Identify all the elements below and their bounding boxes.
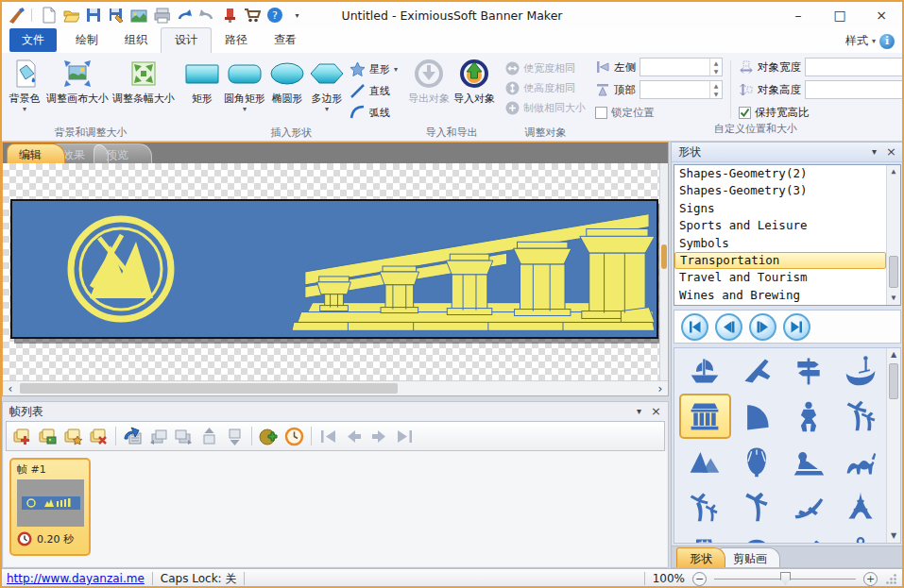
first-frame-icon[interactable]	[316, 425, 340, 448]
list-item[interactable]: Sports and Leisure	[674, 217, 886, 234]
last-frame-icon[interactable]	[393, 425, 417, 448]
star-button[interactable]: 星形 ▾	[350, 61, 398, 77]
previous-frame-icon[interactable]	[342, 425, 366, 448]
top-field[interactable]: ▲▼	[640, 80, 723, 99]
list-item[interactable]: Shapes-Geometry(2)	[674, 165, 886, 182]
banner-artwork[interactable]	[10, 199, 658, 339]
scroll-track[interactable]	[18, 381, 653, 395]
rectangle-button[interactable]: 矩形	[182, 56, 222, 107]
shape-bottle[interactable]	[783, 529, 835, 544]
list-item-selected[interactable]: Transportation	[674, 252, 886, 269]
shape-camel[interactable]	[834, 439, 886, 484]
scroll-up-icon[interactable]: ▲	[887, 165, 900, 178]
chevron-down-icon[interactable]: ▾	[872, 37, 876, 45]
add-frame-icon[interactable]	[10, 425, 34, 448]
lock-position-checkbox[interactable]	[595, 107, 607, 119]
app-logo-icon[interactable]	[7, 7, 25, 25]
spinner[interactable]: ▲▼	[709, 59, 722, 76]
scroll-thumb[interactable]	[889, 256, 898, 288]
same-height-button[interactable]: 使高度相同	[505, 81, 586, 95]
canvas-tab-preview[interactable]: 预览	[94, 143, 152, 163]
tab-draw[interactable]: 绘制	[62, 28, 111, 53]
next-frame-icon[interactable]	[367, 425, 391, 448]
shape-palm-tree[interactable]	[731, 484, 783, 529]
shape-eiffel-tower[interactable]	[834, 484, 886, 529]
shape-signpost[interactable]	[783, 348, 835, 394]
canvas-vertical-scrollbar[interactable]	[659, 163, 668, 380]
canvas-horizontal-scrollbar[interactable]: ‹ ›	[3, 380, 668, 395]
last-page-button[interactable]	[783, 313, 810, 341]
shape-airplane[interactable]	[731, 348, 783, 394]
print-icon[interactable]	[152, 7, 170, 25]
add-image-frame-icon[interactable]	[36, 425, 60, 448]
replace-frame-icon[interactable]	[121, 425, 145, 448]
open-icon[interactable]	[61, 7, 79, 25]
delete-frame-icon[interactable]	[87, 425, 111, 448]
shape-anchor[interactable]	[834, 529, 886, 544]
polygon-button[interactable]: 多边形 ▾	[307, 56, 347, 113]
rounded-rectangle-button[interactable]: 圆角矩形 ▾	[222, 56, 267, 113]
bottom-tab-shapes[interactable]: 形状	[676, 547, 725, 567]
style-button[interactable]: 样式	[845, 33, 868, 49]
collapse-panel-icon[interactable]: ▾	[637, 407, 641, 416]
left-field[interactable]: ▲▼	[640, 58, 723, 76]
spinner[interactable]: ▲▼	[709, 81, 722, 98]
shape-compass[interactable]	[731, 529, 783, 544]
resize-banner-button[interactable]: 调整条幅大小	[111, 56, 177, 107]
zoom-slider[interactable]	[714, 579, 856, 580]
scroll-thumb[interactable]	[661, 244, 667, 269]
shape-pyramids[interactable]	[679, 439, 731, 484]
add-effect-icon[interactable]	[257, 425, 281, 448]
list-item[interactable]: Travel and Tourism	[674, 269, 886, 286]
same-size-button[interactable]: 制做相同大小	[505, 101, 586, 115]
export-image-icon[interactable]	[129, 7, 147, 25]
shape-temple-selected[interactable]	[679, 394, 731, 439]
grid-scrollbar[interactable]: ▲ ▼	[886, 348, 900, 543]
rotate-frame-right-icon[interactable]	[172, 425, 196, 448]
shape-hotel-building[interactable]	[679, 529, 731, 544]
resize-canvas-button[interactable]: 调整画布大小	[44, 56, 111, 107]
frame-time-icon[interactable]	[282, 425, 306, 448]
close-button[interactable]: ×	[861, 3, 902, 28]
close-panel-icon[interactable]: ×	[651, 407, 661, 416]
info-icon[interactable]: i	[879, 34, 895, 49]
maximize-button[interactable]: □	[819, 3, 861, 28]
zoom-out-button[interactable]: −	[692, 572, 707, 586]
zoom-in-button[interactable]: +	[863, 572, 878, 586]
scroll-down-icon[interactable]: ▼	[887, 292, 900, 305]
rotate-frame-left-icon[interactable]	[146, 425, 170, 448]
scroll-thumb[interactable]	[20, 383, 398, 394]
scroll-left-icon[interactable]: ‹	[3, 382, 18, 395]
list-item[interactable]: Wines and Brewing	[674, 287, 886, 304]
collapse-panel-icon[interactable]: ▾	[872, 147, 877, 157]
shape-fan[interactable]	[731, 394, 783, 439]
scroll-right-icon[interactable]: ›	[653, 382, 668, 395]
frame-card-1[interactable]: 帧 #1 0.20 秒	[9, 458, 91, 556]
scroll-up-icon[interactable]: ▲	[887, 348, 900, 361]
list-item[interactable]: Shapes-Geometry(3)	[674, 182, 886, 199]
minimize-button[interactable]: –	[777, 3, 819, 28]
design-canvas[interactable]	[3, 163, 668, 380]
canvas-tab-edit[interactable]: 编辑	[7, 143, 65, 163]
zoom-slider-thumb[interactable]	[780, 572, 791, 585]
bottom-tab-clipart[interactable]: 剪贴画	[720, 547, 780, 567]
list-scrollbar[interactable]: ▲ ▼	[886, 165, 900, 305]
scroll-thumb[interactable]	[889, 363, 898, 399]
first-page-button[interactable]	[681, 313, 708, 341]
shape-sphinx[interactable]	[783, 439, 835, 484]
tab-view[interactable]: 查看	[261, 28, 310, 53]
line-button[interactable]: 直线	[350, 83, 398, 99]
export-object-button[interactable]: 导出对象	[406, 56, 452, 107]
shape-palm-grove[interactable]	[679, 484, 731, 529]
same-width-button[interactable]: 使宽度相同	[505, 61, 586, 76]
move-frame-up-icon[interactable]	[197, 425, 221, 448]
tab-path[interactable]: 路径	[212, 28, 261, 53]
new-document-icon[interactable]	[39, 7, 57, 25]
previous-page-button[interactable]	[715, 313, 742, 341]
move-frame-down-icon[interactable]	[223, 425, 247, 448]
shape-palm-trees[interactable]	[834, 394, 886, 439]
website-link[interactable]: http://www.dayanzai.me	[7, 572, 145, 585]
save-as-icon[interactable]	[107, 7, 125, 25]
scroll-down-icon[interactable]: ▼	[887, 529, 900, 543]
copy-frame-icon[interactable]	[61, 425, 85, 448]
